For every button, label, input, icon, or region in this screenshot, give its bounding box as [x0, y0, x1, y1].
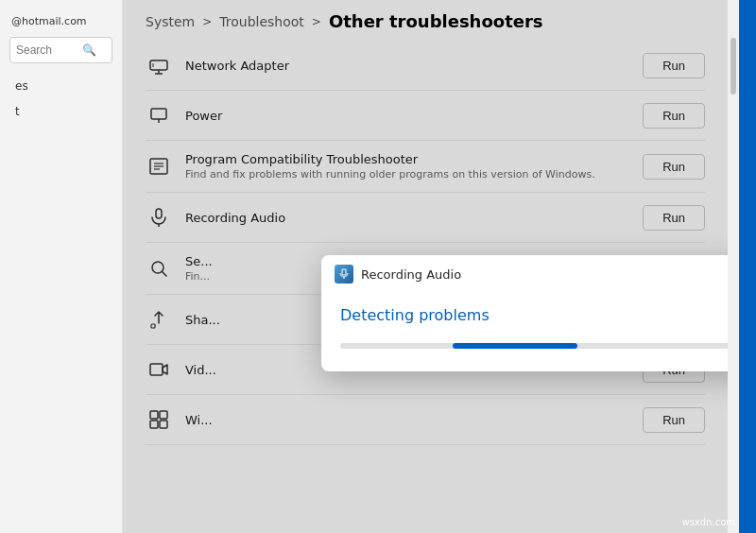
progress-bar-fill: [453, 343, 577, 349]
sidebar-email: @hotmail.com: [0, 9, 122, 37]
watermark: wsxdn.com: [681, 517, 735, 527]
search-input[interactable]: [16, 43, 82, 57]
sidebar: @hotmail.com 🔍 es t: [0, 0, 123, 533]
recording-audio-dialog: Recording Audio × Detecting problems: [321, 255, 728, 371]
sidebar-item-label: es: [15, 79, 28, 93]
modal-status-text: Detecting problems: [340, 306, 728, 324]
sidebar-item-es[interactable]: es: [4, 74, 118, 98]
modal-title: Recording Audio: [361, 267, 461, 282]
modal-app-icon: [335, 265, 353, 284]
sidebar-item-t[interactable]: t: [4, 99, 118, 124]
modal-body: Detecting problems: [321, 291, 728, 371]
blue-accent-bar: wsxdn.com: [739, 0, 756, 533]
scrollbar[interactable]: [728, 0, 739, 533]
modal-overlay: Recording Audio × Detecting problems: [123, 0, 728, 533]
sidebar-nav: es t: [0, 73, 122, 524]
sidebar-search-box[interactable]: 🔍: [9, 37, 112, 63]
modal-titlebar: Recording Audio ×: [321, 255, 728, 291]
sidebar-item-label: t: [15, 105, 20, 118]
progress-bar-container: [340, 343, 728, 349]
search-icon: 🔍: [82, 43, 96, 57]
main-content: System > Troubleshoot > Other troublesho…: [123, 0, 728, 533]
scrollbar-thumb[interactable]: [730, 38, 736, 95]
